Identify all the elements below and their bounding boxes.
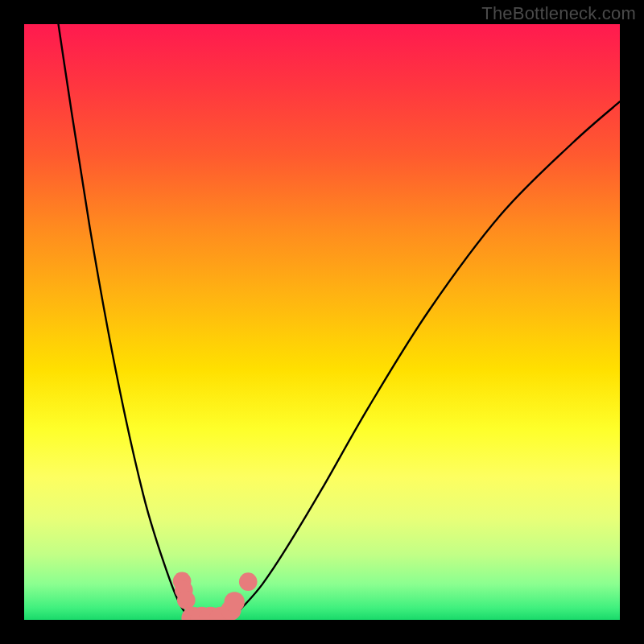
chart-stage: TheBottleneck.com bbox=[0, 0, 644, 644]
plot-area bbox=[24, 24, 620, 620]
data-marker bbox=[177, 591, 196, 609]
data-marker bbox=[225, 592, 245, 612]
watermark-text: TheBottleneck.com bbox=[481, 3, 636, 24]
marker-layer bbox=[173, 572, 258, 620]
curve-layer bbox=[54, 24, 620, 620]
series-right-curve bbox=[227, 101, 620, 620]
series-left-curve bbox=[54, 24, 191, 620]
curves-svg bbox=[24, 24, 620, 620]
data-marker bbox=[239, 572, 258, 591]
